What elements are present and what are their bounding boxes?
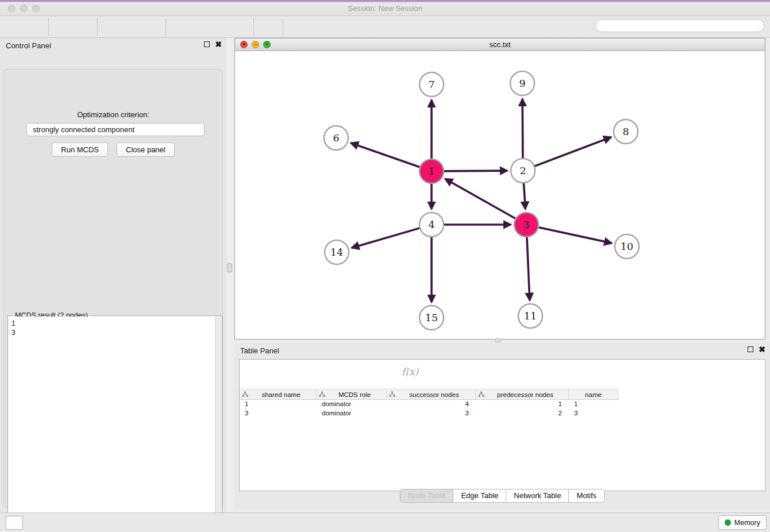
tab-edge-table[interactable]: Edge Table [453, 489, 506, 503]
mcds-result-list[interactable]: 1 3 [8, 317, 215, 531]
zoom-fit-button[interactable] [210, 18, 229, 36]
table-header-row: shared nameMCDS rolesuccessor nodesprede… [240, 389, 618, 400]
cell-successor-nodes[interactable]: 4 [387, 400, 476, 409]
column-header-predecessor-nodes[interactable]: predecessor nodes [476, 390, 569, 399]
application-window: Session: New Session [0, 0, 770, 532]
close-panel-icon[interactable]: ✖ [215, 41, 222, 48]
optimization-criterion-label: Optimization criterion: [4, 110, 222, 119]
import-table-button[interactable] [73, 18, 93, 36]
graph-node-11[interactable]: 11 [518, 304, 542, 328]
cell-MCDS-role[interactable]: dominator [317, 400, 387, 409]
open-session-button[interactable] [5, 18, 24, 36]
edge-3-1[interactable] [445, 179, 515, 218]
table-options-button[interactable] [247, 365, 260, 379]
graph-node-8[interactable]: 8 [614, 119, 638, 144]
svg-text:14: 14 [330, 246, 343, 258]
table-row[interactable]: 3dominator323 [240, 409, 618, 418]
delete-table-button [381, 365, 394, 379]
fx-icon: f(x) [402, 366, 418, 377]
edge-4-14[interactable] [352, 228, 419, 248]
cell-name[interactable]: 3 [569, 409, 618, 418]
graph-node-9[interactable]: 9 [510, 71, 534, 95]
network-canvas[interactable]: 1234678910111415 [235, 51, 765, 339]
cell-predecessor-nodes[interactable]: 1 [476, 400, 569, 409]
edge-2-8[interactable] [535, 137, 611, 167]
close-table-panel-icon[interactable]: ✖ [759, 346, 765, 353]
zoom-out-button[interactable] [190, 18, 210, 36]
tab-network-table[interactable]: Network Table [506, 489, 569, 503]
graph-node-4[interactable]: 4 [419, 213, 444, 237]
graph-node-15[interactable]: 15 [419, 306, 444, 330]
result-scrollbar[interactable] [215, 317, 221, 531]
refresh-layout-button[interactable] [259, 18, 278, 36]
graph-node-2[interactable]: 2 [511, 159, 535, 183]
sort-column-icon [478, 391, 484, 398]
memory-label: Memory [734, 519, 760, 527]
column-header-MCDS-role[interactable]: MCDS role [317, 390, 387, 399]
save-session-button[interactable] [24, 18, 44, 36]
cell-name[interactable]: 1 [569, 400, 618, 409]
toolbar-separator [283, 18, 283, 36]
float-table-panel-icon[interactable] [748, 346, 753, 352]
network-graph[interactable]: 1234678910111415 [235, 51, 765, 339]
graph-node-14[interactable]: 14 [325, 240, 349, 264]
toggle-graphics-details-button[interactable] [346, 18, 366, 36]
sort-column-icon [389, 391, 395, 398]
table-row[interactable]: 1dominator411 [240, 400, 618, 409]
edge-1-2[interactable] [444, 171, 507, 171]
float-panel-icon[interactable] [204, 41, 210, 47]
graph-node-3[interactable]: 3 [514, 213, 538, 237]
graph-node-7[interactable]: 7 [419, 72, 444, 97]
cell-successor-nodes[interactable]: 3 [387, 409, 476, 418]
memory-button[interactable]: Memory [718, 515, 767, 530]
graph-node-6[interactable]: 6 [324, 126, 348, 150]
graph-node-10[interactable]: 10 [615, 234, 639, 259]
svg-text:11: 11 [524, 310, 537, 322]
optimization-criterion-select[interactable]: strongly connected component [26, 123, 205, 136]
cell-MCDS-role[interactable]: dominator [317, 409, 387, 418]
edge-3-10[interactable] [538, 228, 611, 244]
zoom-in-button[interactable] [171, 18, 190, 36]
delete-columns-button[interactable] [359, 365, 372, 379]
toolbar-separator [48, 18, 49, 36]
zoom-selected-button[interactable] [229, 18, 249, 36]
edge-2-3[interactable] [523, 183, 525, 209]
svg-text:7: 7 [428, 79, 434, 90]
table-panel: Table Panel ✖ [234, 343, 770, 509]
cell-shared-name[interactable]: 1 [240, 400, 317, 409]
clone-network-button[interactable] [288, 18, 307, 36]
edge-1-6[interactable] [351, 143, 419, 167]
import-network-button[interactable] [53, 18, 73, 36]
run-mcds-button[interactable]: Run MCDS [52, 142, 108, 157]
graph-node-1[interactable]: 1 [419, 159, 444, 183]
show-panels-button[interactable] [6, 516, 23, 530]
edge-2-9[interactable] [522, 99, 523, 158]
edge-3-11[interactable] [527, 237, 530, 300]
create-column-button[interactable] [336, 365, 349, 379]
split-pane-handle[interactable] [227, 263, 232, 272]
horizontal-split-handle[interactable] [495, 338, 500, 342]
network-window-titlebar[interactable]: ✕ – + scc.txt [235, 38, 765, 51]
network-window-title: scc.txt [235, 40, 765, 49]
column-header-shared-name[interactable]: shared name [240, 390, 317, 399]
export-table-button[interactable] [122, 18, 141, 36]
svg-text:1: 1 [428, 165, 434, 177]
birds-eye-view-button[interactable] [307, 18, 327, 36]
cell-predecessor-nodes[interactable]: 2 [476, 409, 569, 418]
search-input[interactable] [610, 22, 699, 30]
export-network-button[interactable] [102, 18, 122, 36]
search-field[interactable] [595, 19, 764, 32]
node-table-container: f(x) shared nameMCDS rolesuccessor nodes… [239, 359, 765, 491]
tab-motifs[interactable]: Motifs [569, 489, 605, 503]
optimization-criterion-value: strongly connected component [33, 125, 134, 134]
cell-shared-name[interactable]: 3 [240, 409, 317, 418]
unselect-all-columns-button[interactable] [314, 365, 327, 379]
hide-graphics-details-button[interactable] [327, 18, 346, 36]
tab-node-table[interactable]: Node Table [400, 489, 454, 503]
close-panel-button[interactable]: Close panel [117, 142, 175, 157]
export-image-button[interactable] [141, 18, 161, 36]
column-header-successor-nodes[interactable]: successor nodes [387, 390, 476, 399]
show-columns-button[interactable] [269, 365, 282, 379]
select-all-columns-button[interactable] [291, 365, 305, 379]
column-header-name[interactable]: name [569, 390, 618, 399]
